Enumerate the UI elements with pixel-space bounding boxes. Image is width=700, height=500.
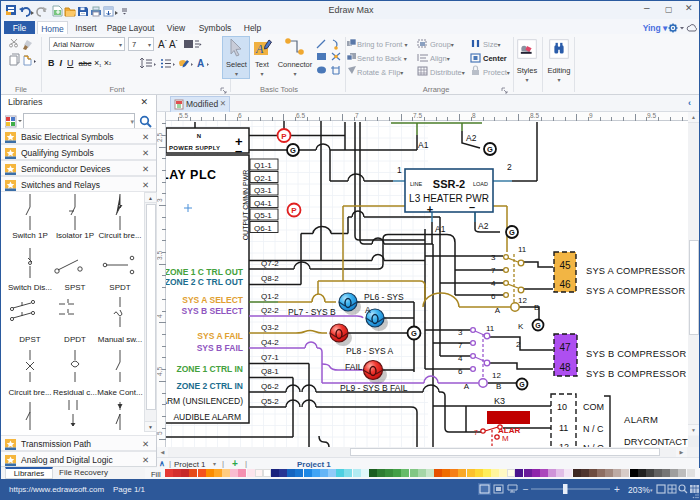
svg-text:6: 6 bbox=[458, 367, 463, 376]
svg-text:Q2-2: Q2-2 bbox=[261, 306, 279, 315]
svg-text:203%: 203% bbox=[628, 485, 650, 495]
svg-text:48: 48 bbox=[559, 362, 571, 373]
svg-text:G: G bbox=[487, 145, 493, 154]
svg-text:Circuit bre...: Circuit bre... bbox=[8, 388, 51, 397]
svg-text:4: 4 bbox=[491, 279, 496, 288]
svg-text:G: G bbox=[535, 322, 541, 329]
svg-text:POWER SUPPLY: POWER SUPPLY bbox=[169, 145, 220, 151]
svg-text:DPST: DPST bbox=[19, 335, 40, 344]
svg-text:46: 46 bbox=[559, 279, 571, 290]
svg-text:7.5: 7.5 bbox=[413, 112, 422, 119]
svg-text:K: K bbox=[518, 322, 524, 331]
svg-text:DPDT: DPDT bbox=[64, 335, 86, 344]
svg-text:Residual c...: Residual c... bbox=[53, 388, 97, 397]
svg-text:8: 8 bbox=[472, 112, 476, 119]
svg-text:–: – bbox=[523, 484, 528, 494]
svg-text:P: P bbox=[281, 132, 287, 141]
svg-text:A2: A2 bbox=[478, 221, 489, 231]
svg-text:Q1-2: Q1-2 bbox=[261, 292, 279, 301]
svg-text:PL7 - SYS B: PL7 - SYS B bbox=[288, 307, 336, 317]
svg-text:SYS A COMPRESSOR L: SYS A COMPRESSOR L bbox=[586, 266, 688, 276]
svg-text:12: 12 bbox=[518, 296, 527, 305]
svg-text:6: 6 bbox=[491, 292, 496, 301]
svg-text:2: 2 bbox=[516, 340, 521, 349]
svg-text:Q5-1: Q5-1 bbox=[254, 211, 272, 220]
svg-text:FAIL: FAIL bbox=[345, 362, 363, 372]
svg-text:G: G bbox=[411, 329, 417, 338]
svg-text:ZONE 1 CTRL IN: ZONE 1 CTRL IN bbox=[177, 364, 243, 374]
svg-text:PL9 - SYS B FAIL: PL9 - SYS B FAIL bbox=[340, 383, 408, 393]
svg-text:3.5: 3.5 bbox=[157, 251, 163, 260]
svg-text:SYS B SELECT: SYS B SELECT bbox=[182, 306, 244, 316]
svg-text:ZONE 2 C TRL OUT: ZONE 2 C TRL OUT bbox=[166, 277, 244, 287]
svg-text:LOAD: LOAD bbox=[473, 181, 488, 187]
svg-text:Q3-2: Q3-2 bbox=[261, 323, 279, 332]
svg-text:3: 3 bbox=[458, 328, 463, 337]
svg-text:Q2-1: Q2-1 bbox=[254, 174, 272, 183]
svg-text:5.5: 5.5 bbox=[179, 112, 188, 119]
svg-text:SYS B COMPRESSOR L: SYS B COMPRESSOR L bbox=[586, 349, 688, 359]
svg-text:SYS B COMPRESSOR L: SYS B COMPRESSOR L bbox=[586, 369, 688, 379]
svg-text:DRYCONTACT: DRYCONTACT bbox=[624, 437, 688, 447]
svg-text:A2: A2 bbox=[466, 133, 477, 143]
svg-text:10: 10 bbox=[557, 402, 567, 412]
svg-text:Switch Dis...: Switch Dis... bbox=[8, 283, 52, 292]
svg-text:6.5: 6.5 bbox=[296, 112, 305, 119]
svg-text:Q4-2: Q4-2 bbox=[261, 338, 279, 347]
svg-text:6: 6 bbox=[238, 112, 242, 119]
svg-text:11: 11 bbox=[518, 245, 527, 254]
svg-text:3: 3 bbox=[157, 198, 163, 202]
svg-text:11: 11 bbox=[486, 324, 495, 333]
svg-text:5: 5 bbox=[157, 431, 163, 435]
svg-text:SYS A SELECT: SYS A SELECT bbox=[182, 295, 244, 305]
svg-text:Q1-1: Q1-1 bbox=[254, 161, 272, 170]
svg-text:A1: A1 bbox=[435, 224, 446, 234]
svg-text:LAY PLC: LAY PLC bbox=[166, 168, 217, 182]
svg-text:4: 4 bbox=[458, 354, 463, 363]
svg-text:A: A bbox=[255, 42, 264, 56]
svg-text:SPDT: SPDT bbox=[109, 283, 130, 292]
svg-text:Q4-1: Q4-1 bbox=[254, 199, 272, 208]
svg-text:–: – bbox=[469, 201, 475, 213]
svg-text:45: 45 bbox=[559, 260, 571, 271]
svg-text:Circuit bre...: Circuit bre... bbox=[98, 231, 141, 240]
svg-text:Switch 1P: Switch 1P bbox=[12, 231, 48, 240]
svg-text:PL6 - SYS: PL6 - SYS bbox=[364, 292, 404, 302]
svg-text:SPST: SPST bbox=[65, 283, 86, 292]
svg-text:SYS A FAIL: SYS A FAIL bbox=[197, 331, 243, 341]
svg-text:2: 2 bbox=[507, 162, 512, 172]
svg-text:47: 47 bbox=[559, 342, 571, 353]
svg-text:SYS B FAIL: SYS B FAIL bbox=[197, 343, 243, 353]
svg-text:K3: K3 bbox=[494, 396, 505, 406]
svg-text:Q5-2: Q5-2 bbox=[261, 397, 279, 406]
svg-text:▾: ▾ bbox=[650, 487, 653, 493]
svg-text:SYS A COMPRESSOR L: SYS A COMPRESSOR L bbox=[586, 286, 688, 296]
svg-text:G: G bbox=[509, 228, 515, 237]
svg-text:7: 7 bbox=[491, 266, 496, 275]
svg-text:Q8-2: Q8-2 bbox=[261, 274, 279, 283]
svg-text:Make Cont...: Make Cont... bbox=[97, 388, 142, 397]
svg-text:Manual sw...: Manual sw... bbox=[98, 335, 142, 344]
svg-text:LINE: LINE bbox=[410, 181, 423, 187]
svg-text:OUTPUT CMMN PWR: OUTPUT CMMN PWR bbox=[242, 170, 249, 241]
svg-text:Isolator 1P: Isolator 1P bbox=[56, 231, 94, 240]
svg-text:7: 7 bbox=[474, 429, 478, 436]
svg-text:N: N bbox=[197, 133, 201, 139]
svg-text:1: 1 bbox=[397, 165, 402, 175]
svg-text:L3 HEATER PWR: L3 HEATER PWR bbox=[409, 193, 489, 204]
svg-text:+: + bbox=[427, 203, 433, 215]
svg-text:7: 7 bbox=[355, 112, 359, 119]
svg-text:B: B bbox=[496, 382, 501, 391]
svg-text:A: A bbox=[495, 306, 501, 315]
svg-text:2.5: 2.5 bbox=[157, 133, 163, 142]
svg-text:ALARM: ALARM bbox=[624, 414, 658, 425]
svg-text:ZONE 2 CTRL IN: ZONE 2 CTRL IN bbox=[177, 381, 243, 391]
svg-text:A: A bbox=[464, 382, 470, 391]
svg-text:+: + bbox=[614, 484, 620, 495]
svg-text:11: 11 bbox=[559, 423, 568, 433]
svg-text:B: B bbox=[534, 303, 539, 312]
svg-text:Q8-1: Q8-1 bbox=[261, 367, 279, 376]
svg-text:AUDIBLE ALARM: AUDIBLE ALARM bbox=[173, 412, 241, 422]
svg-text:P: P bbox=[291, 206, 297, 215]
svg-text:G: G bbox=[519, 381, 525, 388]
